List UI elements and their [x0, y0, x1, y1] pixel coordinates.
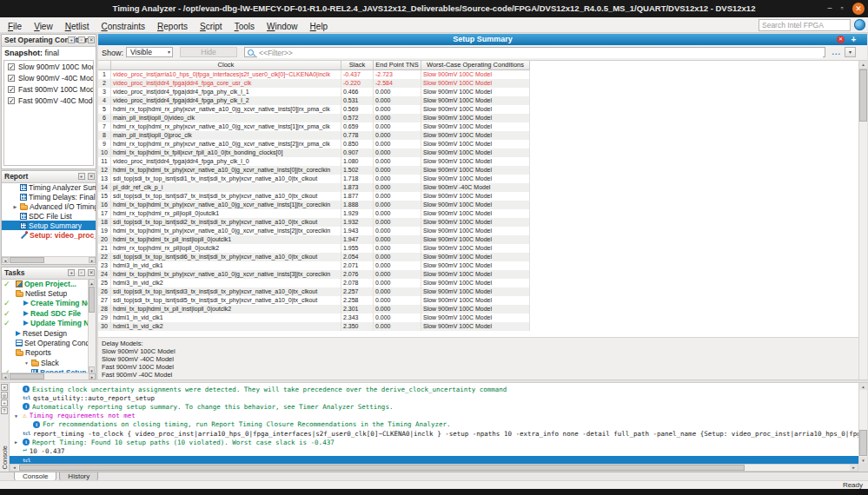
table-row[interactable]: 8main_pll_inst|iopll_0|proc_clk0.7780.00…	[98, 131, 530, 140]
scroll-right-icon[interactable]	[89, 257, 96, 263]
add-report-icon[interactable]	[849, 35, 858, 44]
model-row[interactable]: ✓Fast 900mV -40C Model	[4, 95, 93, 106]
filter-input[interactable]	[257, 48, 823, 58]
pin-icon[interactable]	[1, 399, 8, 406]
task-item[interactable]: ✓Read SDC File	[2, 308, 89, 318]
scroll-right-icon[interactable]	[89, 373, 96, 380]
table-row[interactable]: 24hdmi_tx_top|hdmi_tx_phy|xcvr_native_a1…	[98, 270, 530, 279]
task-item[interactable]: Set Operating Conditio	[2, 338, 89, 347]
scroll-thumb[interactable]	[10, 257, 44, 263]
more-options-button[interactable]: ...	[832, 48, 841, 56]
console-message[interactable]: tclreport_timing -to_clock { video_proc_…	[10, 429, 858, 438]
close-icon[interactable]	[88, 36, 95, 43]
table-vscrollbar[interactable]	[858, 61, 867, 380]
scroll-left-icon[interactable]	[2, 373, 9, 380]
table-row[interactable]: 6main_pll_inst|iopll_0|video_clk0.5720.0…	[98, 114, 530, 122]
scroll-thumb[interactable]	[859, 430, 867, 456]
show-dropdown[interactable]: Visible	[126, 47, 173, 57]
checkbox-icon[interactable]: ✓	[8, 63, 15, 70]
console-vscrollbar[interactable]	[858, 383, 867, 464]
table-row[interactable]: 17hdmi_rx_top|hdmi_rx_pll|iopll_0|outclk…	[98, 209, 530, 218]
console-message[interactable]: ▼⚠Timing requirements not met	[10, 412, 858, 420]
task-item[interactable]: ✓Update Timing Net	[2, 319, 89, 328]
table-row[interactable]: 3video_proc_inst|ddr4_fpga|ddr4_fpga_phy…	[98, 88, 530, 96]
report-hscrollbar[interactable]	[2, 256, 96, 264]
model-row[interactable]: ✓Slow 900mV 100C Model	[4, 61, 93, 72]
table-row[interactable]: 11video_proc_inst|ddr4_fpga|ddr4_fpga_ph…	[98, 157, 530, 166]
console-hscrollbar[interactable]	[10, 464, 858, 472]
close-icon[interactable]	[88, 173, 95, 180]
task-item[interactable]: Reset Design	[2, 328, 89, 338]
help-icon[interactable]	[1, 407, 8, 414]
float-icon[interactable]	[1, 392, 8, 399]
table-row[interactable]: 10hdmi_tx_top|hdmi_tx_fpll|xcvr_fpll_a10…	[98, 148, 530, 157]
maximize-icon[interactable]	[837, 3, 847, 14]
table-row[interactable]: 16hdmi_tx_top|hdmi_tx_phy|xcvr_native_a1…	[98, 201, 530, 209]
float-icon[interactable]	[78, 36, 85, 43]
checkbox-icon[interactable]: ✓	[8, 86, 15, 93]
table-row[interactable]: 15sdi_top|sdi_tx_top_isnt|sdi7_tx_inst|s…	[98, 192, 530, 201]
table-row[interactable]: 25hdmi3_in_vid_clk22.0780.000Slow 900mV …	[98, 279, 530, 287]
close-report-icon[interactable]	[837, 36, 845, 43]
search-input[interactable]	[759, 19, 851, 31]
report-item[interactable]: SDC File List	[2, 211, 96, 221]
task-item[interactable]: Reports	[2, 348, 89, 358]
close-icon[interactable]	[1, 384, 8, 391]
table-row[interactable]: 13sdi_top|sdi_tx_top_isnt|sdi1_tx_inst|s…	[98, 175, 530, 183]
scroll-left-icon[interactable]	[2, 257, 9, 263]
scroll-up-icon[interactable]	[89, 279, 95, 286]
table-row[interactable]: 19hdmi_tx_top|hdmi_tx_phy|xcvr_native_a1…	[98, 227, 530, 235]
table-row[interactable]: 18sdi_top|sdi_tx_top_isnt|sdi2_tx_inst|s…	[98, 218, 530, 227]
console-message[interactable]: iExisting clock uncertainty assignments …	[10, 385, 858, 393]
globe-icon[interactable]	[854, 19, 865, 30]
pin-icon[interactable]	[78, 173, 85, 180]
table-row[interactable]: 12hdmi_tx_top|hdmi_tx_phy|xcvr_native_a1…	[98, 166, 530, 175]
task-item[interactable]: ▼Slack	[2, 358, 89, 367]
column-slack[interactable]: Slack	[341, 61, 374, 69]
checkbox-icon[interactable]: ✓	[8, 75, 15, 82]
scroll-thumb[interactable]	[19, 465, 745, 471]
report-item[interactable]: Timing Delays: Final S	[2, 192, 96, 201]
tasks-vscrollbar[interactable]	[88, 279, 96, 373]
report-item[interactable]: Timing Analyzer Summ	[2, 182, 96, 192]
menu-window[interactable]: Window	[261, 20, 304, 34]
column-number[interactable]	[98, 61, 111, 69]
table-row[interactable]: 21hdmi_rx_top|hdmi_rx_pll|iopll_0|outclk…	[98, 244, 530, 253]
column-worst-case[interactable]: Worst-Case Operating Conditions	[421, 61, 530, 69]
console-message[interactable]: ▶iReport Timing: Found 10 setup paths (1…	[10, 438, 858, 446]
table-row[interactable]: 14pl_ddr_ref_clk_p_i1.8730.000Slow 900mV…	[98, 183, 530, 192]
table-row[interactable]: 23hdmi3_in_vid_clk12.0710.000Slow 900mV …	[98, 261, 530, 270]
console-message[interactable]: iAutomatically reporting setup summary. …	[10, 402, 858, 411]
menu-help[interactable]: Help	[304, 20, 335, 34]
table-row[interactable]: 5hdmi_rx_top|hdmi_rx_phy|xcvr_native_a10…	[98, 105, 530, 114]
menu-reports[interactable]: Reports	[151, 20, 194, 34]
scroll-left-icon[interactable]	[10, 465, 18, 471]
column-end-point-tns[interactable]: End Point TNS	[374, 61, 421, 69]
console-message[interactable]: iFor recommendations on closing timing, …	[10, 420, 858, 429]
filter-dropdown-icon[interactable]	[845, 47, 856, 57]
pin-icon[interactable]	[68, 36, 75, 43]
task-item[interactable]: ✓Open Project...	[2, 279, 89, 288]
table-row[interactable]: 29hdmi1_in_vid_clk12.3430.000Slow 900mV …	[98, 314, 530, 322]
table-row[interactable]: 22sdi_top|sdi_tx_top_isnt|sdi6_tx_inst|s…	[98, 253, 530, 261]
report-item[interactable]: ▶Advanced I/O Timing	[2, 201, 96, 211]
scroll-down-icon[interactable]	[859, 457, 867, 464]
checkbox-icon[interactable]: ✓	[8, 97, 15, 104]
report-item[interactable]: Setup Summary	[2, 221, 96, 230]
table-row[interactable]: 9hdmi_rx_top|hdmi_rx_phy|xcvr_native_a10…	[98, 140, 530, 148]
expander-icon[interactable]: ▼	[23, 360, 30, 366]
hide-button[interactable]: Hide	[180, 47, 237, 57]
scroll-thumb[interactable]	[859, 69, 867, 122]
scroll-right-icon[interactable]	[850, 465, 858, 471]
menu-script[interactable]: Script	[194, 20, 229, 34]
task-item[interactable]: Netlist Setup	[2, 288, 89, 298]
task-item[interactable]: ✓Create Timing Netli	[2, 299, 89, 308]
close-icon[interactable]	[852, 3, 865, 15]
menu-tools[interactable]: Tools	[229, 20, 261, 34]
minimize-icon[interactable]	[825, 3, 835, 14]
console-message[interactable]: tclqsta_utility::auto_report_setup	[10, 393, 858, 402]
float-icon[interactable]	[78, 269, 85, 276]
expander-icon[interactable]: ▼	[15, 413, 20, 419]
pin-icon[interactable]	[68, 269, 75, 276]
scroll-up-icon[interactable]	[859, 61, 867, 69]
